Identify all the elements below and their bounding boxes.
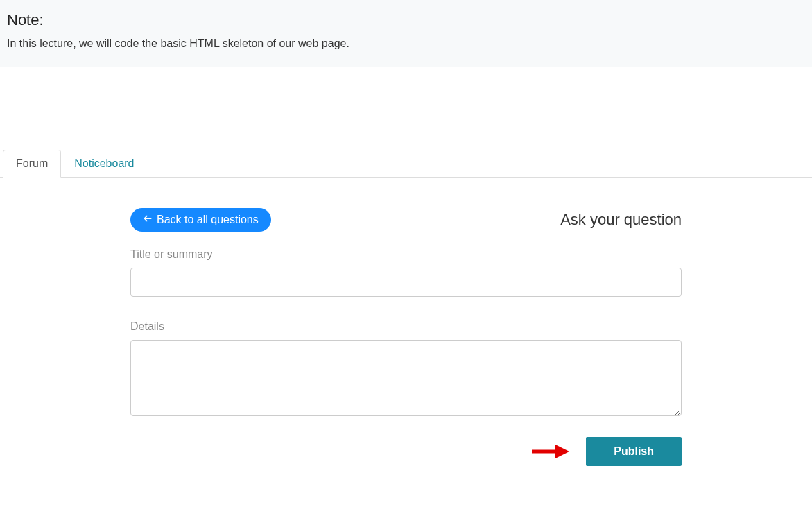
arrow-right-annotation-icon [530, 443, 569, 460]
arrow-left-icon [143, 214, 153, 226]
title-input[interactable] [130, 268, 682, 297]
form-header: Back to all questions Ask your question [130, 208, 682, 232]
note-section: Note: In this lecture, we will code the … [0, 0, 812, 67]
publish-button[interactable]: Publish [586, 437, 682, 466]
ask-question-form: Back to all questions Ask your question … [130, 208, 682, 466]
tab-noticeboard[interactable]: Noticeboard [61, 150, 147, 178]
title-label: Title or summary [130, 248, 682, 261]
tabs-container: Forum Noticeboard [0, 150, 812, 178]
tab-forum[interactable]: Forum [3, 150, 61, 178]
svg-marker-2 [555, 445, 569, 458]
publish-row: Publish [130, 437, 682, 466]
note-text: In this lecture, we will code the basic … [7, 37, 805, 50]
details-label: Details [130, 320, 682, 333]
note-heading: Note: [7, 11, 805, 29]
back-button-label: Back to all questions [157, 214, 259, 226]
back-to-questions-button[interactable]: Back to all questions [130, 208, 271, 232]
details-textarea[interactable] [130, 340, 682, 416]
form-title: Ask your question [560, 211, 682, 229]
